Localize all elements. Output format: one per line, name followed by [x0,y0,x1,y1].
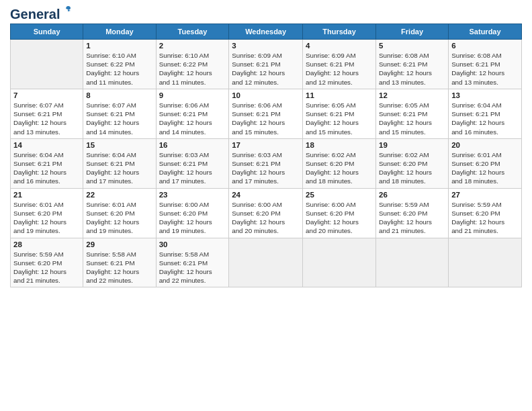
day-number: 23 [159,191,226,199]
weekday-header-thursday: Thursday [303,24,376,40]
day-info: Sunrise: 6:04 AM Sunset: 6:21 PM Dayligh… [13,150,80,186]
day-info: Sunrise: 6:03 AM Sunset: 6:21 PM Dayligh… [232,150,300,186]
day-number: 9 [159,91,226,99]
calendar-cell: 25Sunrise: 6:00 AM Sunset: 6:20 PM Dayli… [303,188,376,238]
logo-general: General [10,7,60,21]
day-info: Sunrise: 6:09 AM Sunset: 6:21 PM Dayligh… [306,51,373,87]
calendar-cell: 30Sunrise: 5:58 AM Sunset: 6:21 PM Dayli… [156,238,229,287]
day-number: 24 [232,191,300,199]
calendar-cell: 28Sunrise: 5:59 AM Sunset: 6:20 PM Dayli… [11,238,83,287]
day-info: Sunrise: 6:01 AM Sunset: 6:20 PM Dayligh… [86,200,152,236]
day-info: Sunrise: 6:08 AM Sunset: 6:21 PM Dayligh… [379,51,445,87]
day-info: Sunrise: 5:59 AM Sunset: 6:20 PM Dayligh… [451,200,519,236]
day-number: 7 [13,91,80,99]
day-info: Sunrise: 6:01 AM Sunset: 6:20 PM Dayligh… [451,150,519,186]
day-info: Sunrise: 6:06 AM Sunset: 6:21 PM Dayligh… [159,101,226,136]
calendar-cell: 10Sunrise: 6:06 AM Sunset: 6:21 PM Dayli… [229,89,303,138]
calendar-cell: 17Sunrise: 6:03 AM Sunset: 6:21 PM Dayli… [229,138,303,188]
day-number: 8 [86,91,152,99]
day-number: 14 [13,141,80,149]
calendar-cell: 7Sunrise: 6:07 AM Sunset: 6:21 PM Daylig… [11,89,83,138]
calendar-cell: 13Sunrise: 6:04 AM Sunset: 6:21 PM Dayli… [449,89,522,138]
weekday-header-wednesday: Wednesday [229,24,303,40]
calendar-cell: 12Sunrise: 6:05 AM Sunset: 6:21 PM Dayli… [376,89,449,138]
page-container: General SundayMondayTuesdayWednesdayThur… [0,0,532,294]
day-info: Sunrise: 6:08 AM Sunset: 6:21 PM Dayligh… [451,51,519,87]
day-number: 2 [159,42,226,50]
calendar-week-row: 1Sunrise: 6:10 AM Sunset: 6:22 PM Daylig… [11,40,522,89]
logo-bird-icon [61,5,72,16]
calendar-week-row: 28Sunrise: 5:59 AM Sunset: 6:20 PM Dayli… [11,238,522,287]
day-number: 27 [451,191,519,199]
day-info: Sunrise: 6:05 AM Sunset: 6:21 PM Dayligh… [306,101,373,136]
calendar-cell: 14Sunrise: 6:04 AM Sunset: 6:21 PM Dayli… [11,138,83,188]
day-number: 5 [379,42,445,50]
weekday-header-tuesday: Tuesday [156,24,229,40]
calendar-cell: 8Sunrise: 6:07 AM Sunset: 6:21 PM Daylig… [83,89,156,138]
calendar-cell: 5Sunrise: 6:08 AM Sunset: 6:21 PM Daylig… [376,40,449,89]
day-info: Sunrise: 6:09 AM Sunset: 6:21 PM Dayligh… [232,51,300,87]
calendar-cell: 29Sunrise: 5:58 AM Sunset: 6:21 PM Dayli… [83,238,156,287]
calendar-cell: 1Sunrise: 6:10 AM Sunset: 6:22 PM Daylig… [83,40,156,89]
day-info: Sunrise: 5:58 AM Sunset: 6:21 PM Dayligh… [159,250,226,285]
day-number: 11 [306,91,373,99]
day-number: 10 [232,91,300,99]
day-info: Sunrise: 5:59 AM Sunset: 6:20 PM Dayligh… [379,200,445,236]
calendar-cell: 27Sunrise: 5:59 AM Sunset: 6:20 PM Dayli… [449,188,522,238]
day-info: Sunrise: 6:00 AM Sunset: 6:20 PM Dayligh… [306,200,373,236]
calendar-table: SundayMondayTuesdayWednesdayThursdayFrid… [10,24,522,287]
calendar-cell: 23Sunrise: 6:00 AM Sunset: 6:20 PM Dayli… [156,188,229,238]
day-info: Sunrise: 5:58 AM Sunset: 6:21 PM Dayligh… [86,250,152,285]
weekday-header-row: SundayMondayTuesdayWednesdayThursdayFrid… [11,24,522,40]
day-number: 25 [306,191,373,199]
day-number: 30 [159,240,226,248]
header: General [10,7,522,19]
calendar-cell: 26Sunrise: 5:59 AM Sunset: 6:20 PM Dayli… [376,188,449,238]
calendar-cell: 24Sunrise: 6:00 AM Sunset: 6:20 PM Dayli… [229,188,303,238]
day-info: Sunrise: 6:02 AM Sunset: 6:20 PM Dayligh… [379,150,445,186]
day-number: 17 [232,141,300,149]
calendar-cell [11,40,83,89]
calendar-cell [449,238,522,287]
calendar-cell [376,238,449,287]
day-info: Sunrise: 6:06 AM Sunset: 6:21 PM Dayligh… [232,101,300,136]
day-number: 13 [451,91,519,99]
day-info: Sunrise: 6:03 AM Sunset: 6:21 PM Dayligh… [159,150,226,186]
calendar-cell: 3Sunrise: 6:09 AM Sunset: 6:21 PM Daylig… [229,40,303,89]
calendar-cell: 15Sunrise: 6:04 AM Sunset: 6:21 PM Dayli… [83,138,156,188]
day-number: 18 [306,141,373,149]
day-number: 15 [86,141,152,149]
day-info: Sunrise: 6:04 AM Sunset: 6:21 PM Dayligh… [451,101,519,136]
calendar-cell: 19Sunrise: 6:02 AM Sunset: 6:20 PM Dayli… [376,138,449,188]
calendar-cell: 4Sunrise: 6:09 AM Sunset: 6:21 PM Daylig… [303,40,376,89]
day-number: 22 [86,191,152,199]
day-number: 28 [13,240,80,248]
weekday-header-friday: Friday [376,24,449,40]
day-info: Sunrise: 5:59 AM Sunset: 6:20 PM Dayligh… [13,250,80,285]
calendar-cell: 22Sunrise: 6:01 AM Sunset: 6:20 PM Dayli… [83,188,156,238]
day-number: 29 [86,240,152,248]
calendar-cell [303,238,376,287]
day-number: 4 [306,42,373,50]
day-number: 26 [379,191,445,199]
day-number: 6 [451,42,519,50]
logo: General [10,7,60,19]
weekday-header-monday: Monday [83,24,156,40]
calendar-cell: 2Sunrise: 6:10 AM Sunset: 6:22 PM Daylig… [156,40,229,89]
calendar-week-row: 7Sunrise: 6:07 AM Sunset: 6:21 PM Daylig… [11,89,522,138]
day-number: 20 [451,141,519,149]
weekday-header-sunday: Sunday [11,24,83,40]
calendar-cell: 20Sunrise: 6:01 AM Sunset: 6:20 PM Dayli… [449,138,522,188]
day-info: Sunrise: 6:10 AM Sunset: 6:22 PM Dayligh… [86,51,152,87]
weekday-header-saturday: Saturday [449,24,522,40]
calendar-cell: 11Sunrise: 6:05 AM Sunset: 6:21 PM Dayli… [303,89,376,138]
day-number: 12 [379,91,445,99]
day-number: 16 [159,141,226,149]
calendar-cell: 9Sunrise: 6:06 AM Sunset: 6:21 PM Daylig… [156,89,229,138]
day-info: Sunrise: 6:00 AM Sunset: 6:20 PM Dayligh… [232,200,300,236]
day-info: Sunrise: 6:01 AM Sunset: 6:20 PM Dayligh… [13,200,80,236]
calendar-cell: 16Sunrise: 6:03 AM Sunset: 6:21 PM Dayli… [156,138,229,188]
calendar-cell: 21Sunrise: 6:01 AM Sunset: 6:20 PM Dayli… [11,188,83,238]
day-number: 3 [232,42,300,50]
day-number: 19 [379,141,445,149]
